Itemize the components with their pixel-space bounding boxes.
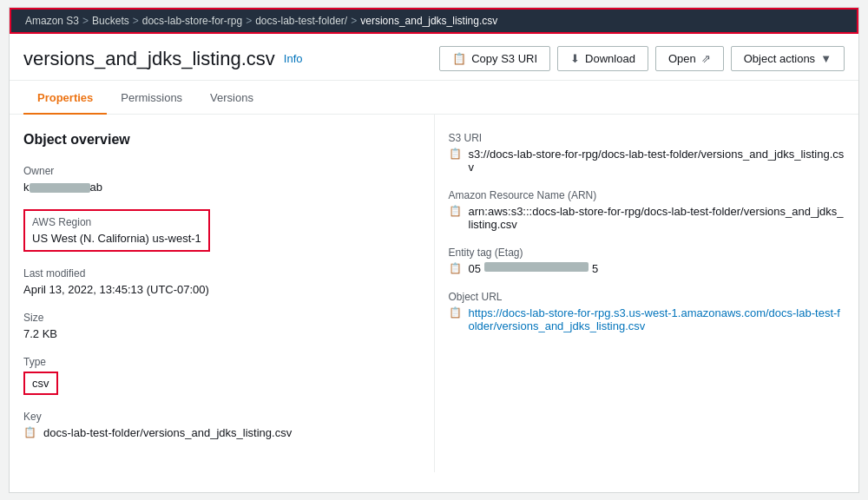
s3-uri-label: S3 URI [449, 132, 845, 144]
object-url-link[interactable]: https://docs-lab-store-for-rpg.s3.us-wes… [469, 306, 845, 332]
action-buttons: 📋 Copy S3 URI ⬇ Download Open ⇗ Object a… [439, 46, 845, 71]
download-icon: ⬇ [570, 52, 580, 65]
breadcrumb-buckets[interactable]: Buckets [92, 15, 129, 27]
key-text: docs-lab-test-folder/versions_and_jdks_l… [43, 426, 292, 439]
etag-prefix: 05 [469, 262, 481, 275]
object-actions-button[interactable]: Object actions ▼ [731, 46, 845, 71]
size-field: Size 7.2 KB [23, 312, 420, 340]
arn-field: Amazon Resource Name (ARN) 📋 arn:aws:s3:… [449, 189, 845, 231]
etag-suffix: 5 [592, 262, 598, 275]
left-panel: Object overview Owner kab AWS Region US … [10, 115, 435, 472]
owner-suffix: ab [90, 181, 102, 194]
object-overview-title: Object overview [23, 132, 420, 148]
last-modified-label: Last modified [23, 267, 420, 280]
arn-value: 📋 arn:aws:s3:::docs-lab-store-for-rpg/do… [449, 205, 845, 231]
external-link-icon: ⇗ [701, 52, 711, 65]
right-panel: S3 URI 📋 s3://docs-lab-store-for-rpg/doc… [435, 115, 859, 472]
key-value: 📋 docs-lab-test-folder/versions_and_jdks… [23, 426, 420, 439]
key-copy-icon: 📋 [23, 426, 36, 438]
copy-icon: 📋 [452, 52, 466, 65]
type-field: Type csv [23, 356, 420, 395]
etag-field: Entity tag (Etag) 📋 055 [449, 247, 845, 275]
arn-text: arn:aws:s3:::docs-lab-store-for-rpg/docs… [469, 205, 845, 231]
copy-s3-uri-button[interactable]: 📋 Copy S3 URI [439, 46, 550, 71]
type-value: csv [32, 377, 49, 390]
aws-region-label: AWS Region [32, 216, 201, 228]
owner-blurred [30, 183, 90, 193]
page-header: versions_and_jdks_listing.csv Info 📋 Cop… [10, 34, 858, 81]
tab-permissions[interactable]: Permissions [107, 81, 196, 115]
breadcrumb-sep-3: > [246, 15, 252, 27]
etag-value: 📋 055 [449, 262, 845, 275]
page-title: versions_and_jdks_listing.csv [23, 48, 275, 70]
tab-versions[interactable]: Versions [196, 81, 267, 115]
s3-uri-field: S3 URI 📋 s3://docs-lab-store-for-rpg/doc… [449, 132, 845, 174]
owner-field: Owner kab [23, 165, 420, 194]
arn-copy-icon: 📋 [449, 205, 462, 217]
size-value: 7.2 KB [23, 327, 420, 340]
breadcrumb: Amazon S3 > Buckets > docs-lab-store-for… [10, 8, 858, 34]
open-button[interactable]: Open ⇗ [655, 46, 724, 71]
title-area: versions_and_jdks_listing.csv Info [23, 48, 303, 70]
aws-region-highlight: AWS Region US West (N. California) us-we… [23, 209, 210, 252]
object-url-label: Object URL [449, 291, 845, 303]
type-highlight: csv [23, 372, 58, 395]
tab-properties[interactable]: Properties [23, 81, 107, 115]
breadcrumb-current: versions_and_jdks_listing.csv [360, 15, 497, 27]
chevron-down-icon: ▼ [820, 52, 832, 65]
main-container: Amazon S3 > Buckets > docs-lab-store-for… [9, 7, 859, 493]
owner-prefix: k [23, 181, 30, 194]
type-label: Type [23, 356, 420, 368]
copy-s3-uri-label: Copy S3 URI [471, 52, 537, 65]
open-label: Open [668, 52, 696, 65]
breadcrumb-bucket-name[interactable]: docs-lab-store-for-rpg [142, 15, 242, 27]
last-modified-value: April 13, 2022, 13:45:13 (UTC-07:00) [23, 283, 420, 296]
last-modified-field: Last modified April 13, 2022, 13:45:13 (… [23, 267, 420, 296]
download-label: Download [585, 52, 635, 65]
aws-region-value: US West (N. California) us-west-1 [32, 232, 201, 245]
object-url-copy-icon: 📋 [449, 306, 462, 319]
size-label: Size [23, 312, 420, 324]
key-label: Key [23, 411, 420, 423]
etag-blurred [484, 262, 589, 272]
breadcrumb-sep-1: > [82, 15, 89, 27]
breadcrumb-sep-4: > [351, 15, 357, 27]
owner-value: kab [23, 181, 420, 194]
object-actions-label: Object actions [744, 52, 815, 65]
aws-region-field: AWS Region US West (N. California) us-we… [23, 209, 420, 252]
breadcrumb-amazon-s3[interactable]: Amazon S3 [25, 15, 79, 27]
s3-uri-copy-icon: 📋 [449, 148, 462, 160]
s3-uri-value: 📋 s3://docs-lab-store-for-rpg/docs-lab-t… [449, 148, 845, 174]
content-area: Object overview Owner kab AWS Region US … [10, 115, 858, 472]
breadcrumb-folder[interactable]: docs-lab-test-folder/ [255, 15, 347, 27]
etag-label: Entity tag (Etag) [449, 247, 845, 259]
arn-label: Amazon Resource Name (ARN) [449, 189, 845, 201]
breadcrumb-sep-2: > [133, 15, 139, 27]
owner-label: Owner [23, 165, 420, 177]
tabs-bar: Properties Permissions Versions [10, 81, 858, 115]
etag-copy-icon: 📋 [449, 262, 462, 274]
object-url-value: 📋 https://docs-lab-store-for-rpg.s3.us-w… [449, 306, 845, 332]
object-url-field: Object URL 📋 https://docs-lab-store-for-… [449, 291, 845, 332]
info-link[interactable]: Info [284, 52, 303, 65]
s3-uri-text: s3://docs-lab-store-for-rpg/docs-lab-tes… [469, 148, 845, 174]
key-field: Key 📋 docs-lab-test-folder/versions_and_… [23, 411, 420, 439]
download-button[interactable]: ⬇ Download [557, 46, 648, 71]
